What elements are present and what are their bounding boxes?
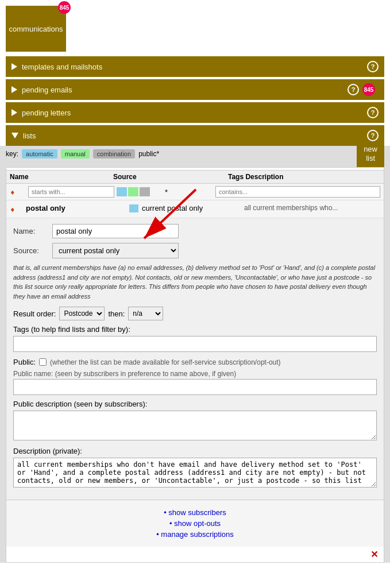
col-tags: Tags Description [228,173,380,181]
swatch-gray [140,187,150,196]
section-lists-label: lists [23,131,367,140]
list-item-row[interactable]: ⬧ postal only current postal only all cu… [6,200,384,218]
detail-form: Name: Source: current postal only automa… [6,218,384,500]
key-row: key: automatic manual combination public… [6,146,357,162]
section-lists[interactable]: lists ? [6,125,384,146]
tile-badge: 845 [58,1,71,14]
section-templates-label: templates and mailshots [22,63,367,71]
color-swatches [117,187,163,196]
asterisk: * [165,188,199,196]
pending-emails-badge: 845 [362,83,375,96]
key-public: public* [138,150,159,158]
key-combination: combination [93,149,135,158]
result-order-select[interactable]: Postcode Name Date [59,307,105,320]
private-desc-section: Description (private): all current membe… [13,447,377,489]
key-manual: manual [61,149,90,158]
public-note: (whether the list can be made available … [50,358,281,366]
source-row: Source: current postal only automatic ma… [13,243,377,258]
result-order-row: Result order: Postcode Name Date then: n… [13,307,377,320]
help-icon-templates[interactable]: ? [367,61,379,72]
public-row: Public: (whether the list can be made av… [13,358,377,366]
section-templates[interactable]: templates and mailshots ? [6,56,384,77]
list-item-description: all current memberships who... [244,204,380,212]
tile-title: communications [9,25,63,33]
list-item-swatch [129,204,138,212]
help-icon-pending-emails[interactable]: ? [347,84,359,95]
tags-filter-input[interactable] [215,186,380,198]
triangle-right-icon [11,109,17,116]
tags-label: Tags (to help find lists and filter by): [13,325,377,334]
public-name-label: Public name: (seen by subscribers in pre… [13,370,377,378]
public-name-label-text: Public name: [13,370,53,378]
source-description: that is, all current memberships have (a… [13,263,377,301]
list-item-source-container: current postal only [129,204,244,212]
table-header: Name Source Tags Description [6,170,384,184]
close-x[interactable]: ✕ [6,547,384,562]
footer-links: • show subscribers • show opt-outs • man… [6,500,384,547]
list-item-source: current postal only [142,204,203,212]
manage-subscriptions-link[interactable]: • manage subscriptions [6,530,384,539]
public-checkbox[interactable] [39,358,47,366]
public-desc-section: Public description (seen by subscribers)… [13,400,377,442]
result-order-label: Result order: [13,310,56,318]
help-icon-lists[interactable]: ? [367,130,379,141]
list-item-name: postal only [26,204,129,212]
source-select[interactable]: current postal only automatic manual [52,243,179,258]
public-label: Public: [13,358,36,366]
filter-icon: ⬧ [10,187,26,197]
public-name-section: Public name: (seen by subscribers in pre… [13,370,377,395]
then-select[interactable]: n/a Name Date [128,307,163,320]
swatch-blue [117,187,127,196]
section-pending-letters[interactable]: pending letters ? [6,102,384,123]
filter-row: ⬧ * [6,184,384,200]
triangle-right-icon [11,63,17,70]
swatch-green [128,187,138,196]
triangle-down-icon [11,133,18,138]
key-label: key: [6,150,18,158]
tags-section: Tags (to help find lists and filter by): [13,325,377,352]
help-icon-pending-letters[interactable]: ? [367,107,379,118]
name-label: Name: [13,227,48,235]
show-subscribers-link[interactable]: • show subscribers [6,508,384,517]
section-pending-emails-label: pending emails [22,86,347,94]
name-input[interactable] [52,224,179,238]
private-desc-textarea[interactable]: all current memberships who don't have e… [13,458,377,488]
list-item-icon: ⬧ [10,204,26,214]
communications-tile: 845 communications [6,6,66,52]
section-pending-emails[interactable]: pending emails ? 845 [6,79,384,100]
public-desc-label: Public description (seen by subscribers)… [13,400,377,408]
name-row: Name: [13,224,377,238]
col-source: Source [113,173,228,181]
show-optouts-link[interactable]: • show opt-outs [6,519,384,528]
public-desc-textarea[interactable] [13,411,377,440]
private-desc-label: Description (private): [13,447,377,455]
tags-input[interactable] [13,336,377,352]
then-label: then: [108,310,125,318]
section-pending-letters-label: pending letters [22,109,367,117]
name-filter-input[interactable] [28,186,114,198]
col-name: Name [10,173,113,181]
triangle-right-icon [11,86,17,93]
public-name-note: (seen by subscribers in preference to na… [55,370,237,378]
public-name-input[interactable] [13,379,377,395]
source-label: Source: [13,246,48,255]
key-automatic: automatic [22,149,57,158]
